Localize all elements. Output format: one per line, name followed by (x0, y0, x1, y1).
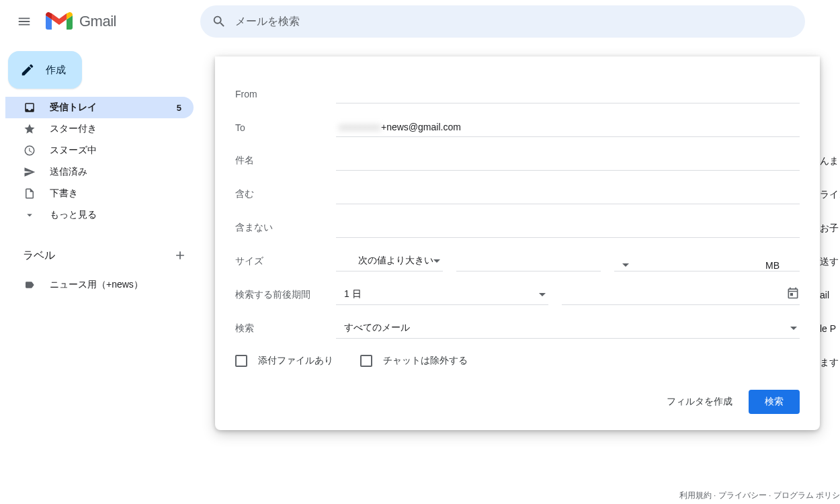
bg-fragment: 送す (820, 245, 840, 278)
search-bar[interactable] (200, 5, 805, 38)
to-label: To (235, 122, 323, 137)
gmail-m-icon (46, 11, 73, 32)
from-label: From (235, 89, 323, 103)
dropdown-arrow-icon (539, 293, 546, 296)
bg-fragment: お子 (820, 211, 840, 245)
bg-fragment: んま (820, 144, 840, 177)
main-menu-button[interactable] (8, 5, 40, 38)
create-filter-button[interactable]: フィルタを作成 (667, 396, 732, 408)
checkbox-icon (360, 355, 372, 367)
dropdown-arrow-icon (433, 259, 440, 263)
sidebar-item-sent[interactable]: 送信済み (5, 161, 194, 183)
size-comparison-value: 次の値より大きい (358, 255, 433, 267)
subject-input[interactable] (336, 153, 800, 171)
send-icon (23, 165, 36, 179)
dropdown-arrow-icon (622, 263, 629, 267)
search-input[interactable] (233, 15, 800, 28)
nav-label: スヌーズ中 (50, 144, 185, 157)
bg-fragment: ます (820, 345, 840, 379)
search-icon (212, 14, 226, 29)
sidebar-item-drafts[interactable]: 下書き (5, 183, 194, 204)
sidebar-item-starred[interactable]: スター付き (5, 118, 194, 140)
has-attachment-label: 添付ファイルあり (258, 355, 333, 367)
size-label: サイズ (235, 255, 323, 271)
size-unit-value: MB (765, 260, 780, 271)
add-label-button[interactable] (172, 247, 188, 263)
size-unit-select[interactable]: MB (614, 261, 800, 271)
calendar-button[interactable] (786, 286, 800, 302)
labels-title: ラベル (23, 249, 55, 263)
includes-label: 含む (235, 188, 323, 204)
product-name: Gmail (79, 13, 116, 30)
has-attachment-checkbox[interactable]: 添付ファイルあり (235, 355, 333, 367)
to-input[interactable]: xxxxxxxxx+news@gmail.com (336, 119, 800, 137)
search-in-value: すべてのメール (344, 322, 410, 334)
from-input[interactable] (336, 85, 800, 103)
search-submit-button[interactable]: 検索 (749, 390, 800, 414)
date-range-select[interactable]: 1 日 (336, 286, 548, 305)
inbox-count: 5 (177, 103, 185, 113)
size-value-input[interactable] (456, 253, 601, 271)
sidebar-item-snoozed[interactable]: スヌーズ中 (5, 140, 194, 161)
dropdown-arrow-icon (790, 327, 797, 330)
date-range-value: 1 日 (344, 288, 362, 300)
search-button[interactable] (206, 8, 233, 35)
excludes-input[interactable] (336, 220, 800, 238)
includes-input[interactable] (336, 186, 800, 204)
star-icon (23, 122, 36, 136)
search-in-label: 検索 (235, 323, 323, 339)
inbox-icon (23, 101, 36, 114)
chevron-down-icon (23, 208, 36, 222)
size-comparison-select[interactable]: 次の値より大きい (336, 252, 443, 271)
sidebar-item-inbox[interactable]: 受信トレイ 5 (5, 97, 194, 118)
nav-label: 受信トレイ (50, 101, 163, 114)
label-icon (23, 278, 36, 292)
checkbox-icon (235, 355, 247, 367)
footer-links-fragment: 利用規約 · プライバシー · プログラム ポリシ (679, 490, 840, 501)
label-item-news[interactable]: ニュース用（+news） (5, 274, 202, 296)
to-visible-suffix: +news@gmail.com (381, 122, 461, 132)
date-input[interactable] (562, 286, 800, 305)
exclude-chats-label: チャットは除外する (383, 355, 468, 367)
hamburger-icon (17, 14, 32, 29)
file-icon (23, 187, 36, 200)
excludes-label: 含まない (235, 222, 323, 238)
nav-label: 下書き (50, 187, 185, 200)
label-name: ニュース用（+news） (50, 279, 143, 291)
clock-icon (23, 144, 36, 157)
calendar-icon (786, 286, 800, 300)
labels-section-header: ラベル (5, 242, 202, 269)
search-filter-panel: From To xxxxxxxxx+news@gmail.com 件名 含む 含… (215, 56, 820, 430)
exclude-chats-checkbox[interactable]: チャットは除外する (360, 355, 468, 367)
subject-label: 件名 (235, 155, 323, 171)
sidebar-item-more[interactable]: もっと見る (5, 204, 194, 226)
bg-fragment: ライン (820, 177, 840, 211)
bg-fragment: ail (820, 278, 840, 312)
date-range-label: 検索する前後期間 (235, 289, 323, 305)
pencil-icon (20, 62, 35, 77)
nav-label: スター付き (50, 123, 185, 135)
nav-label: 送信済み (50, 166, 185, 178)
nav-label: もっと見る (50, 209, 185, 221)
to-redacted-prefix: xxxxxxxxx (339, 122, 381, 132)
plus-icon (173, 249, 187, 262)
bg-fragment: le P (820, 312, 840, 345)
product-logo[interactable]: Gmail (40, 11, 200, 32)
compose-label: 作成 (46, 64, 66, 77)
search-in-select[interactable]: すべてのメール (336, 319, 800, 339)
compose-button[interactable]: 作成 (8, 51, 82, 89)
